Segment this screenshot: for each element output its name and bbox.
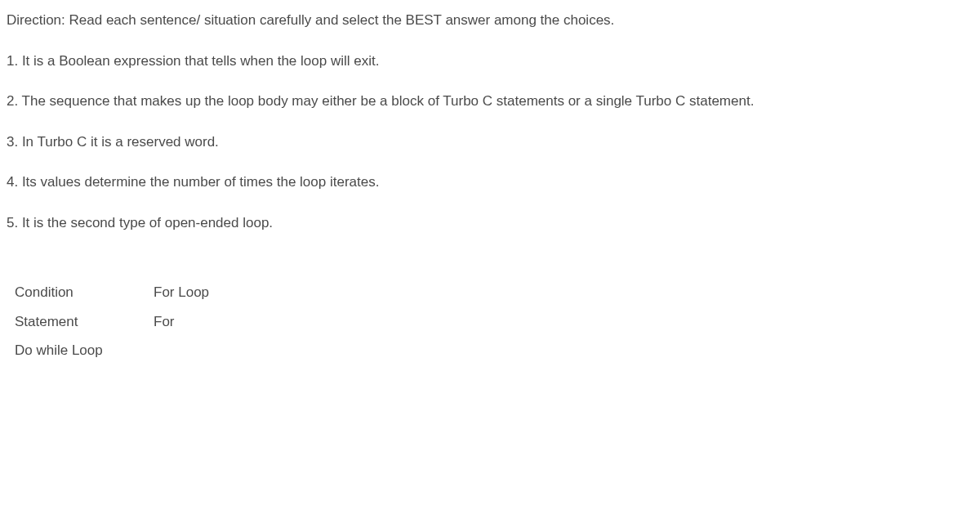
question-1: 1. It is a Boolean expression that tells…: [7, 51, 973, 72]
answer-row: Condition For Loop: [15, 282, 973, 303]
direction-text: Direction: Read each sentence/ situation…: [7, 10, 973, 31]
answer-choice-statement: Statement: [15, 311, 154, 333]
answer-row: Statement For: [15, 311, 973, 333]
answer-choice-for: For: [154, 311, 175, 333]
answer-choice-condition: Condition: [15, 282, 154, 303]
question-4: 4. Its values determine the number of ti…: [7, 172, 973, 193]
question-3: 3. In Turbo C it is a reserved word.: [7, 132, 973, 153]
answer-choice-do-while-loop: Do while Loop: [15, 340, 154, 361]
answer-choice-for-loop: For Loop: [154, 282, 209, 303]
answer-choices: Condition For Loop Statement For Do whil…: [7, 282, 973, 361]
question-2: 2. The sequence that makes up the loop b…: [7, 91, 973, 112]
answer-row: Do while Loop: [15, 340, 973, 361]
question-5: 5. It is the second type of open-ended l…: [7, 213, 973, 234]
